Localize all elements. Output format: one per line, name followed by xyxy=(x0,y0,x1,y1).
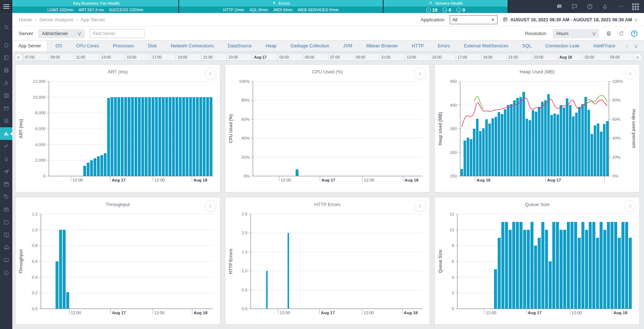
sidebar-item-wallet[interactable] xyxy=(0,102,12,115)
date-range-picker[interactable]: AUGUST 16, 2021 06:30 AM - AUGUST 18, 20… xyxy=(503,17,637,23)
print-button[interactable] xyxy=(606,30,612,37)
application-select[interactable]: All ▼ xyxy=(450,15,497,24)
svg-text:0.6: 0.6 xyxy=(32,259,38,264)
time-ribbon[interactable]: 07:0009:0011:0013:0015:0017:0019:0021:00… xyxy=(14,53,642,61)
svg-text:ART (ms): ART (ms) xyxy=(18,119,24,138)
sidebar-item-bar-chart[interactable] xyxy=(0,127,12,140)
tab-intellitrace[interactable]: IntelliTrace xyxy=(588,40,621,51)
svg-text:12:00: 12:00 xyxy=(280,311,290,315)
servers-right-counter[interactable]: →0 xyxy=(442,7,451,13)
chart-title: Throughput xyxy=(16,197,220,207)
home-icon xyxy=(3,42,9,48)
refresh-button[interactable] xyxy=(618,30,624,37)
download-chart-button[interactable] xyxy=(624,68,636,79)
breadcrumb-item[interactable]: Server Analyzer xyxy=(39,17,73,22)
timeline-label: 11:00 xyxy=(379,54,404,60)
tab-connection-leak[interactable]: Connection Leak xyxy=(540,40,585,51)
sidebar-item-info[interactable] xyxy=(0,266,12,279)
rocket-icon xyxy=(428,1,433,6)
servers-up-counter[interactable]: ↑10 xyxy=(426,7,437,13)
sidebar-item-layers[interactable] xyxy=(0,115,12,127)
tab-mbean-browser[interactable]: Mbean Browser xyxy=(360,40,404,51)
map-icon xyxy=(3,93,9,99)
tab-collapse-icon[interactable]: ⋁ xyxy=(635,44,637,48)
tab-garbage-collection[interactable]: Garbage Collection xyxy=(285,40,335,51)
sidebar-item-user[interactable] xyxy=(0,77,12,89)
sidebar-item-tag[interactable] xyxy=(0,191,12,203)
sidebar-item-home[interactable] xyxy=(0,39,12,51)
kpi-title: Key Business Txn Health xyxy=(73,1,119,5)
server-select[interactable]: AdminServer ⋁ xyxy=(38,29,85,38)
tab-heap[interactable]: Heap xyxy=(260,40,282,51)
breadcrumb-row: Home•Server Analyzer•App Server Applicat… xyxy=(12,13,644,27)
tab-os[interactable]: OS xyxy=(50,40,68,51)
briefcase-icon xyxy=(3,206,9,213)
tab-external-webservices[interactable]: External WebServices xyxy=(458,40,514,51)
timeline-left-handle[interactable] xyxy=(14,53,23,61)
svg-text:12,000: 12,000 xyxy=(33,79,46,84)
sidebar-item-cloud[interactable] xyxy=(0,241,12,254)
book-icon xyxy=(3,55,9,61)
download-chart-button[interactable] xyxy=(624,200,636,212)
chart-grid: ART (ms)02,0004,0006,0008,00010,00012,00… xyxy=(12,62,644,329)
kpi-errors[interactable]: Errors HTTP 2/min SQL 0/min JNDI 0/min W… xyxy=(179,0,384,13)
sidebar-item-book[interactable] xyxy=(0,51,12,64)
kpi-title: Servers Health xyxy=(435,1,463,5)
chat-outline-icon[interactable] xyxy=(571,3,578,10)
sidebar-item-monitor[interactable] xyxy=(0,254,12,266)
sidebar-item-globe[interactable] xyxy=(0,64,12,77)
application-label: Application xyxy=(421,17,445,22)
bell-icon[interactable] xyxy=(602,3,608,10)
tab-cpu-cores[interactable]: CPU Cores xyxy=(70,40,105,51)
tab-errors[interactable]: Errors xyxy=(432,40,456,51)
sidebar-item-trend[interactable] xyxy=(0,140,12,153)
header-icon-tray xyxy=(508,0,644,13)
download-chart-button[interactable] xyxy=(414,200,426,212)
tab-processes[interactable]: Processes xyxy=(107,40,140,51)
sidebar-item-map[interactable] xyxy=(0,89,12,102)
find-server-input[interactable] xyxy=(90,29,145,38)
svg-text:10: 10 xyxy=(450,227,454,232)
breadcrumb-item[interactable]: Home xyxy=(19,17,32,22)
kpi-metric: SUCCESS 102/min xyxy=(109,8,143,12)
sidebar-item-briefcase[interactable] xyxy=(0,203,12,216)
sidebar-item-open-book[interactable] xyxy=(0,228,12,241)
chart-art: 02,0004,0006,0008,00010,00012,00012:00Au… xyxy=(17,76,219,191)
svg-text:60%: 60% xyxy=(612,117,620,121)
bell-icon xyxy=(3,156,9,162)
date-range-text: AUGUST 16, 2021 06:30 AM - AUGUST 18, 20… xyxy=(510,17,632,22)
download-chart-button[interactable] xyxy=(205,68,216,79)
sidebar-item-send[interactable] xyxy=(0,165,12,178)
resolution-select[interactable]: Hours ⋁ xyxy=(553,29,599,38)
download-chart-button[interactable] xyxy=(205,200,216,212)
tab-overflow-icon[interactable]: ⋮ xyxy=(625,43,630,49)
kpi-servers-health[interactable]: Servers Health ↑10→0↓0 xyxy=(384,0,508,13)
svg-text:20%: 20% xyxy=(612,155,620,159)
hamburger-menu-button[interactable] xyxy=(0,0,12,13)
tab-app-server[interactable]: App Server xyxy=(12,40,47,51)
tab-network-connections[interactable]: Network Connections xyxy=(165,40,220,51)
svg-text:Aug 18: Aug 18 xyxy=(404,178,419,182)
servers-down-counter[interactable]: ↓0 xyxy=(456,7,465,13)
timeline-right-handle[interactable] xyxy=(634,53,642,61)
tab-datasource[interactable]: DataSource xyxy=(222,40,257,51)
help-button[interactable]: ? xyxy=(631,30,637,37)
sidebar-item-search[interactable] xyxy=(0,21,12,34)
tab-disk[interactable]: Disk xyxy=(142,40,162,51)
sidebar-item-folder[interactable] xyxy=(0,216,12,228)
chat-filled-icon[interactable] xyxy=(556,3,563,10)
sidebar-item-bell[interactable] xyxy=(0,153,12,165)
timeline-label: 21:00 xyxy=(201,54,226,60)
tab-jvm[interactable]: JVM xyxy=(337,40,358,51)
svg-text:4: 4 xyxy=(452,275,454,279)
tab-http[interactable]: HTTP xyxy=(406,40,429,51)
help-circle-icon[interactable] xyxy=(586,3,593,10)
svg-text:Queue Size: Queue Size xyxy=(438,249,443,273)
tab-sql[interactable]: SQL xyxy=(517,40,537,51)
more-icon[interactable] xyxy=(617,3,623,10)
kpi-business-txn-health[interactable]: Key Business Txn Health LOAD 102/min ART… xyxy=(12,0,179,13)
sidebar-item-calendar[interactable] xyxy=(0,178,12,191)
timeline-label: 03:00 xyxy=(277,54,302,60)
kpi-title: Errors xyxy=(279,1,290,5)
app-grid-icon[interactable] xyxy=(632,3,639,10)
